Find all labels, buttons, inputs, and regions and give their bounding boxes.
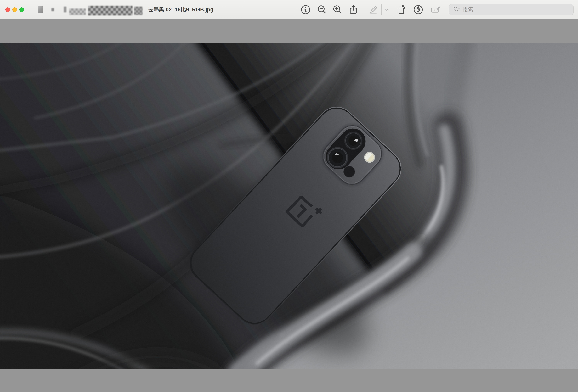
markup-pencil-button[interactable] bbox=[367, 3, 380, 16]
preview-window: _云墨黑 02_16比9_RGB.jpg bbox=[0, 0, 578, 392]
photo-illustration bbox=[0, 43, 578, 369]
info-icon bbox=[300, 4, 311, 15]
grain-overlay bbox=[0, 43, 578, 369]
redacted-filename-block bbox=[51, 8, 54, 11]
fill-sign-button[interactable] bbox=[430, 3, 442, 16]
zoom-window-button[interactable] bbox=[19, 7, 24, 12]
window-title: _云墨黑 02_16比9_RGB.jpg bbox=[145, 0, 214, 19]
markup-pencil-icon bbox=[368, 4, 379, 15]
zoom-in-button[interactable] bbox=[331, 3, 344, 16]
rotate-left-icon bbox=[396, 4, 408, 15]
share-button[interactable] bbox=[347, 3, 360, 16]
share-icon bbox=[347, 4, 359, 15]
search-input[interactable] bbox=[461, 6, 570, 13]
photo-canvas bbox=[0, 43, 578, 369]
chevron-down-icon bbox=[382, 4, 391, 15]
zoom-in-icon bbox=[332, 4, 343, 15]
redacted-filename-block bbox=[88, 6, 133, 15]
titlebar: _云墨黑 02_16比9_RGB.jpg bbox=[0, 0, 578, 19]
minimize-button[interactable] bbox=[12, 7, 17, 12]
zoom-out-icon bbox=[316, 4, 328, 15]
markup-dropdown-button[interactable] bbox=[382, 3, 391, 16]
letterbox-top bbox=[0, 20, 578, 43]
redacted-filename-block bbox=[69, 8, 86, 15]
document-proxy-icon[interactable] bbox=[38, 6, 43, 13]
zoom-out-button[interactable] bbox=[316, 3, 328, 16]
annotate-pen-icon bbox=[412, 4, 424, 15]
search-icon bbox=[452, 5, 461, 14]
close-button[interactable] bbox=[5, 7, 10, 12]
letterbox-bottom bbox=[0, 369, 578, 392]
redacted-filename-block bbox=[134, 6, 143, 15]
search-field[interactable] bbox=[449, 4, 574, 15]
toolbar-divider bbox=[381, 4, 382, 15]
fill-sign-icon bbox=[430, 4, 442, 15]
rotate-left-button[interactable] bbox=[396, 3, 408, 16]
redacted-filename-block bbox=[64, 6, 66, 12]
info-button[interactable] bbox=[299, 3, 312, 16]
annotate-pen-button[interactable] bbox=[412, 3, 424, 16]
